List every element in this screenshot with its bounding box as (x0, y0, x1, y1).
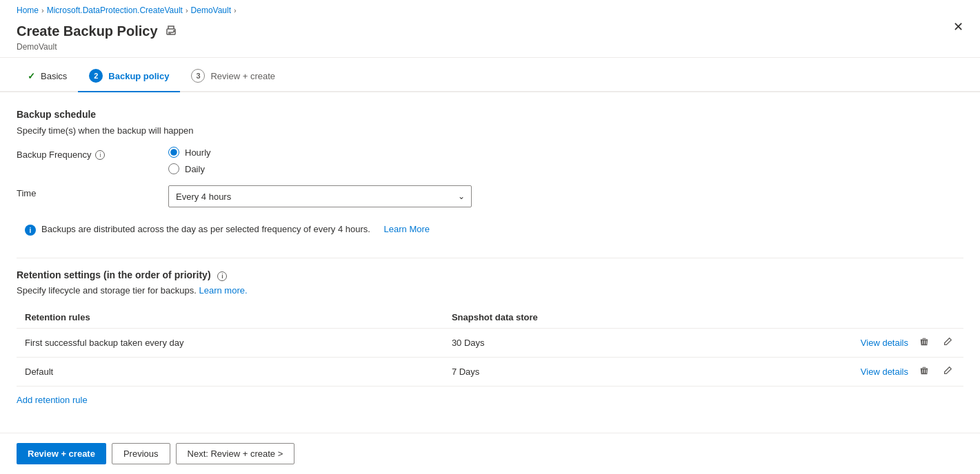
time-row: Time Every 1 hour Every 2 hours Every 4 … (17, 185, 963, 207)
learn-more-link-schedule[interactable]: Learn More (384, 224, 430, 234)
radio-daily-input[interactable] (168, 163, 179, 174)
next-button[interactable]: Next: Review + create > (176, 443, 295, 464)
breadcrumb-createvault[interactable]: Microsoft.DataProtection.CreateVault (47, 6, 183, 15)
row2-actions: View details (693, 358, 963, 387)
backup-frequency-info-icon[interactable]: i (95, 150, 105, 160)
time-select[interactable]: Every 1 hour Every 2 hours Every 4 hours… (168, 185, 472, 207)
print-icon[interactable] (165, 24, 177, 39)
radio-hourly-input[interactable] (168, 147, 179, 158)
tab-basics-check: ✓ (28, 71, 35, 81)
tab-backup-policy-badge: 2 (89, 69, 103, 83)
retention-subtitle: Specify lifecycle and storage tier for b… (17, 285, 963, 296)
backup-schedule-section: Backup schedule Specify time(s) when the… (17, 109, 963, 241)
previous-button[interactable]: Previous (112, 443, 170, 464)
backup-frequency-options: Hourly Daily (168, 147, 211, 174)
table-row: Default 7 Days View details (17, 358, 963, 387)
retention-info-icon[interactable]: i (217, 271, 227, 281)
time-label: Time (17, 185, 168, 198)
row1-view-details[interactable]: View details (861, 338, 908, 348)
row1-actions: View details (693, 329, 963, 358)
radio-hourly-label: Hourly (185, 147, 211, 158)
learn-more-link-retention[interactable]: Learn more. (199, 285, 247, 296)
info-banner: i Backups are distributed across the day… (17, 218, 963, 241)
retention-table-body: First successful backup taken every day … (17, 329, 963, 387)
row2-edit-button[interactable] (940, 364, 955, 379)
review-create-button[interactable]: Review + create (17, 443, 106, 464)
backup-frequency-label: Backup Frequency i (17, 147, 168, 160)
radio-daily-label: Daily (185, 164, 205, 174)
time-select-wrapper: Every 1 hour Every 2 hours Every 4 hours… (168, 185, 472, 207)
breadcrumb: Home › Microsoft.DataProtection.CreateVa… (17, 0, 963, 18)
tab-backup-policy[interactable]: 2 Backup policy (78, 61, 180, 92)
tab-review-create[interactable]: 3 Review + create (180, 61, 286, 92)
col-snapshot-datastore: Snapshot data store (443, 307, 693, 329)
table-row: First successful backup taken every day … (17, 329, 963, 358)
add-retention-rule-link[interactable]: Add retention rule (17, 395, 88, 405)
divider (17, 258, 963, 258)
retention-title: Retention settings (in the order of prio… (17, 269, 963, 281)
row2-view-details[interactable]: View details (861, 367, 908, 377)
retention-table: Retention rules Snapshot data store Firs… (17, 307, 963, 387)
tab-backup-policy-label: Backup policy (108, 71, 169, 81)
info-banner-text: Backups are distributed across the day a… (41, 224, 370, 234)
page-header: Create Backup Policy (17, 18, 963, 42)
svg-point-1 (173, 30, 174, 32)
tabs: ✓ Basics 2 Backup policy 3 Review + crea… (0, 61, 980, 92)
footer: Review + create Previous Next: Review + … (0, 433, 980, 474)
breadcrumb-home[interactable]: Home (17, 6, 39, 15)
row1-rule: First successful backup taken every day (17, 329, 443, 358)
row1-delete-button[interactable] (917, 336, 932, 350)
backup-frequency-row: Backup Frequency i Hourly Daily (17, 147, 963, 174)
row1-edit-button[interactable] (940, 336, 955, 350)
retention-table-head: Retention rules Snapshot data store (17, 307, 963, 329)
radio-daily[interactable]: Daily (168, 163, 211, 174)
breadcrumb-demovault[interactable]: DemoVault (191, 6, 231, 15)
page-title: Create Backup Policy (17, 23, 158, 39)
row1-snapshot: 30 Days (443, 329, 693, 358)
main-content: Backup schedule Specify time(s) when the… (0, 92, 980, 474)
tab-review-create-label: Review + create (210, 71, 275, 81)
row2-snapshot: 7 Days (443, 358, 693, 387)
retention-section: Retention settings (in the order of prio… (17, 269, 963, 405)
backup-schedule-subtitle: Specify time(s) when the backup will hap… (17, 125, 963, 136)
close-button[interactable]: ✕ (953, 19, 963, 34)
tab-review-create-badge: 3 (191, 69, 205, 83)
col-retention-rules: Retention rules (17, 307, 443, 329)
col-actions (693, 307, 963, 329)
vault-name: DemoVault (17, 42, 963, 57)
info-banner-icon: i (25, 225, 36, 236)
radio-hourly[interactable]: Hourly (168, 147, 211, 158)
tab-basics[interactable]: ✓ Basics (17, 63, 78, 91)
row2-delete-button[interactable] (917, 364, 932, 379)
backup-schedule-title: Backup schedule (17, 109, 963, 120)
row2-rule: Default (17, 358, 443, 387)
tab-basics-label: Basics (41, 71, 67, 81)
